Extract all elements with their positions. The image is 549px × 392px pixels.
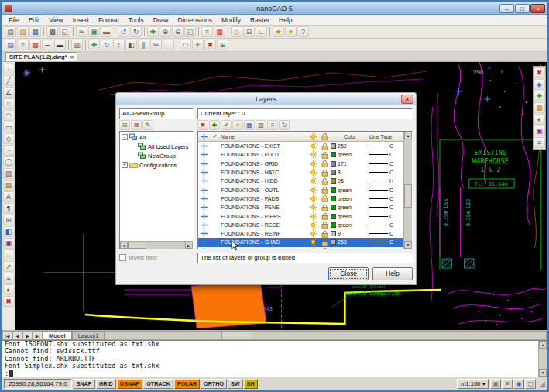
layer-row[interactable]: FOUNDATIONS - HIDD95H [198,177,403,185]
tree-expander-icon[interactable]: - [122,134,128,140]
layer-list-icon[interactable]: ≡ [17,40,29,50]
delete-layer-icon[interactable]: ✖ [197,120,208,130]
match-props-icon[interactable]: ▥ [71,40,83,50]
layer-color[interactable]: green [331,187,369,193]
spline-icon[interactable]: ~ [3,145,15,156]
mirror-icon[interactable]: ◧ [125,40,137,50]
layer-row[interactable]: FOUNDATIONS - EXIST252C [198,142,403,150]
close-dialog-button[interactable]: Close [328,267,369,280]
layer-name[interactable]: FOUNDATIONS - OUTL [220,187,307,193]
tree-hscrollbar[interactable]: ◀ ▶ [120,241,193,249]
new-group-icon[interactable]: ⊞ [119,120,130,130]
menu-file[interactable]: File [4,15,24,25]
command-line[interactable]: Font ISOFONT.shx substituted as txt.shxC… [2,340,547,377]
add-view-icon[interactable]: ✚ [534,91,545,101]
paste-icon[interactable]: ▬ [101,26,112,37]
layer-linetype[interactable]: C [369,196,403,201]
layer-row[interactable]: FOUNDATIONS - PIERSgreenC [198,211,403,220]
name-column-header[interactable]: Name [220,134,307,139]
offset-icon[interactable]: ∥ [138,40,149,50]
layer-color[interactable]: 171 [331,161,369,167]
layer-on-icon[interactable] [307,229,319,238]
layer-row[interactable]: FOUNDATIONS - OUTLgreenC [198,185,403,194]
layer-lock-icon[interactable] [319,230,331,238]
lineweight-control-icon[interactable]: ▬ [54,40,66,50]
layer-lock-icon[interactable] [319,151,331,159]
region-icon[interactable]: ◐ [3,284,15,295]
color-column-header[interactable]: Color [331,134,369,139]
list-icon[interactable]: ≡ [534,137,545,148]
layer-linetype[interactable]: C [369,222,403,228]
mtext-icon[interactable]: ¶ [3,203,15,214]
document-tab[interactable]: SITE PLAN(1.2).dwg* × [5,52,77,61]
scale-icon[interactable]: ↕ [113,40,125,50]
layer-name[interactable]: FOUNDATIONS - PADS [220,196,307,201]
layer-lock-icon[interactable] [319,212,331,220]
layer-name[interactable]: FOUNDATIONS - RECE [220,222,307,228]
copy-icon[interactable]: ▣ [88,26,100,37]
toggle-sw[interactable]: SW [228,379,243,389]
layer-on-icon[interactable] [307,177,319,185]
grid-settings-icon[interactable]: ⊞ [243,26,255,37]
clean-screen-icon[interactable]: ▢ [525,379,536,389]
layer-on-icon[interactable] [307,160,319,168]
layer-lock-icon[interactable] [319,239,331,246]
hatch-icon[interactable]: ▨ [3,168,15,179]
layer-linetype[interactable]: C [369,152,403,157]
toggle-osnap[interactable]: OSNAP [117,379,143,389]
move-icon[interactable]: ✚ [88,40,100,50]
tree-item-all-used-layers[interactable]: All Used Layers [120,142,193,151]
layer-row[interactable]: FOUNDATIONS - HATC8C [198,168,403,177]
layer-row[interactable]: FOUNDATIONS - RECEgreenC [198,221,403,229]
tree-item-configurations[interactable]: +Configurations [120,160,193,170]
rectangle-icon[interactable]: ▭ [3,122,15,132]
measure-icon[interactable]: ≡ [3,273,15,284]
layer-lock-icon[interactable] [319,247,331,249]
layer-row[interactable]: FOUNDATIONS - SHAD253C [198,238,403,246]
scroll-up-icon[interactable]: ▲ [404,132,412,139]
tab-layout1[interactable]: Layout1 [72,331,105,340]
array-icon[interactable]: ⊞ [217,40,228,50]
layer-row[interactable]: FOUNDATIONS - FOOTgreenC [198,150,403,159]
text-icon[interactable]: A [3,191,15,202]
explode-icon[interactable]: ✳ [192,40,204,50]
tree-item-all[interactable]: -All [120,132,193,142]
layer-name[interactable]: FOUNDATIONS - FOOT [220,152,307,157]
minimize-button[interactable]: – [499,4,514,13]
table-icon[interactable]: ⊞ [3,215,15,225]
layer-linetype[interactable]: H [369,178,403,184]
layer-on-icon[interactable] [307,203,319,211]
layer-name[interactable]: FOUNDATIONS - HATC [220,170,307,175]
tree-item-newgroup[interactable]: NewGroup [120,151,193,160]
lineweight-display-icon[interactable]: ≡ [502,379,513,389]
menu-tools[interactable]: Tools [124,15,149,25]
layers-dialog-titlebar[interactable]: Layers × [116,93,416,105]
layer-row[interactable]: FOUNDATIONS - PADSgreenC [198,194,403,203]
titlebar[interactable]: nanoCAD 5 – □ × [2,2,547,15]
resize-grip[interactable]: ◢ [539,380,545,388]
menu-raster[interactable]: Raster [245,15,274,25]
color-icon[interactable]: ▦ [214,26,225,37]
set-current-icon[interactable]: ✔ [221,120,232,130]
polyline-icon[interactable]: ∠ [3,87,15,98]
menu-modify[interactable]: Modify [217,15,245,25]
layer-linetype[interactable]: C [369,187,403,193]
linetype-column-header[interactable]: Line Type [369,134,403,139]
arc-icon[interactable]: ◠ [3,110,15,121]
new-layer-icon[interactable]: ✚ [209,120,220,130]
osnap-settings-icon[interactable]: ◇ [231,26,242,37]
layer-row[interactable]: FOUNDATIONS - PENEgreenC [198,203,403,211]
layer-on-icon[interactable] [307,150,319,159]
menu-draw[interactable]: Draw [149,15,173,25]
layer-color[interactable]: green [331,205,369,210]
zoom-out-icon[interactable]: ⊖ [172,26,184,37]
help-button[interactable]: Help [372,267,413,280]
layer-lock-icon[interactable] [319,143,331,150]
linetype-control-icon[interactable]: ─ [42,40,53,50]
menu-view[interactable]: View [44,15,67,25]
cmd-scroll-up-icon[interactable]: ▲ [539,341,547,349]
polygon-icon[interactable]: ◇ [3,133,15,144]
shade-icon[interactable]: ◐ [534,114,545,125]
undo-icon[interactable]: ↺ [118,26,129,37]
layer-linetype[interactable]: C [369,214,403,219]
